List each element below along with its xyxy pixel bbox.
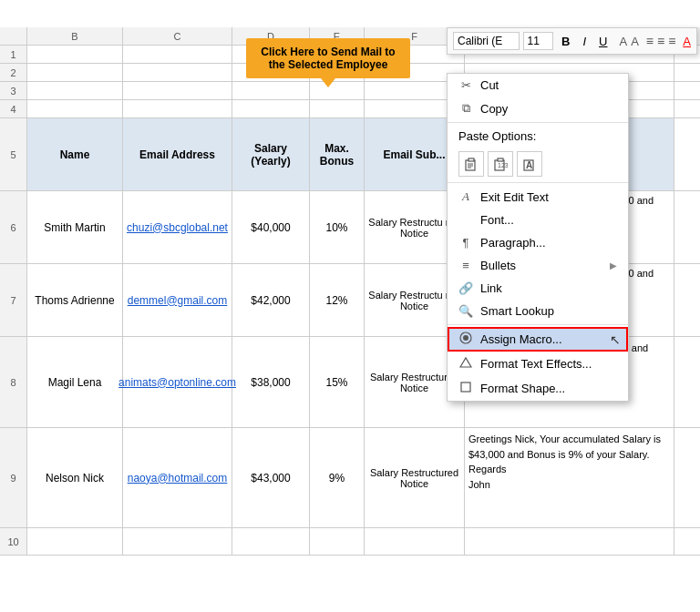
svg-marker-12 [460,358,471,367]
cell-e10[interactable] [310,528,365,555]
preview-nelson: Greetings Nick, Your accumulated Salary … [468,432,670,492]
cell-email-9[interactable]: naoya@hotmail.com [123,428,232,527]
cell-c4[interactable] [123,100,232,117]
cell-d3[interactable] [232,82,310,99]
rownum-4: 4 [0,100,27,117]
underline-button[interactable]: U [594,33,612,50]
separator-3 [448,324,628,325]
cell-email-7[interactable]: demmel@gmail.com [123,264,232,336]
ctx-copy-label: Copy [480,102,508,116]
cell-salary-6[interactable]: $40,000 [232,191,310,263]
cell-c10[interactable] [123,528,232,555]
header-name: Name [27,118,123,190]
svg-text:123: 123 [498,162,508,168]
cell-b10[interactable] [27,528,123,555]
ctx-link[interactable]: 🔗 Link [448,277,628,300]
font-toolbar: Calibri (E 11 B I U A A ≡ ≡ ≡ A [447,27,697,55]
ctx-font[interactable]: Font... [448,209,628,231]
email-smith[interactable]: chuzi@sbcglobal.net [127,221,228,234]
ctx-exit-label: Exit Edit Text [480,190,549,204]
cell-d10[interactable] [232,528,310,555]
cell-name-6[interactable]: Smith Martin [27,191,123,263]
cell-c1[interactable] [123,46,232,63]
ctx-exit-edit[interactable]: A Exit Edit Text [448,185,628,209]
cell-email-6[interactable]: chuzi@sbcglobal.net [123,191,232,263]
tooltip-text: Click Here to Send Mail to the Selected … [261,46,395,71]
ctx-format-text-label: Format Text Effects... [480,357,592,371]
ctx-cut[interactable]: ✂ Cut [448,74,628,97]
corner-cell [0,27,27,45]
cell-b3[interactable] [27,82,123,99]
paste-icon-1[interactable] [458,151,484,177]
svg-point-11 [463,335,468,341]
spreadsheet: Calibri (E 11 B I U A A ≡ ≡ ≡ A Click He… [0,27,700,612]
format-shape-icon [458,381,473,396]
ctx-paragraph-label: Paragraph... [480,236,546,250]
cell-email-8[interactable]: animats@optonline.com [123,337,232,427]
cell-bonus-8[interactable]: 15% [310,337,365,427]
cell-b2[interactable] [27,64,123,81]
rownum-7: 7 [0,264,27,336]
rownum-10: 10 [0,528,27,555]
email-nelson[interactable]: naoya@hotmail.com [128,472,228,484]
cell-salary-7[interactable]: $42,000 [232,264,310,336]
cell-c2[interactable] [123,64,232,81]
bullets-arrow-icon: ▶ [610,260,617,270]
cell-c3[interactable] [123,82,232,99]
ctx-smart-lookup-label: Smart Lookup [480,304,554,318]
context-menu: ✂ Cut ⧉ Copy Paste Options: 123 A A [447,73,629,402]
row-9-nelson: 9 Nelson Nick naoya@hotmail.com $43,000 … [0,428,700,528]
ctx-format-shape-label: Format Shape... [480,382,565,395]
svg-rect-6 [498,158,503,161]
paragraph-icon: ¶ [458,236,473,250]
ctx-format-text-effects[interactable]: Format Text Effects... [448,352,628,376]
cell-e3[interactable] [310,82,365,99]
cell-b4[interactable] [27,100,123,117]
cell-e4[interactable] [310,100,365,117]
cell-bonus-7[interactable]: 12% [310,264,365,336]
cell-g10[interactable] [465,528,674,555]
ctx-format-shape[interactable]: Format Shape... [448,376,628,401]
cell-name-7[interactable]: Thoms Adrienne [27,264,123,336]
paste-icon-3[interactable]: A [517,151,542,177]
header-bonus: Max. Bonus [310,118,365,190]
cell-bonus-9[interactable]: 9% [310,428,365,527]
ctx-paste-options-header: Paste Options: [448,125,628,148]
format-text-icon [458,356,473,372]
cell-preview-9[interactable]: Greetings Nick, Your accumulated Salary … [465,428,674,527]
cell-emailsub-9[interactable]: Salary Restructured Notice [365,428,465,527]
cell-b1[interactable] [27,46,123,63]
email-magil[interactable]: animats@optonline.com [118,376,236,389]
rownum-8: 8 [0,337,27,427]
cell-bonus-6[interactable]: 10% [310,191,365,263]
tooltip-arrow [321,78,335,87]
col-header-b: B [27,27,123,45]
name-smith: Smith Martin [44,221,105,234]
ctx-smart-lookup[interactable]: 🔍 Smart Lookup [448,300,628,322]
assign-macro-icon [458,332,473,347]
cell-name-8[interactable]: Magil Lena [27,337,123,427]
header-email: Email Address [123,118,232,190]
cell-d4[interactable] [232,100,310,117]
ctx-link-label: Link [480,281,502,295]
font-size-box[interactable]: 11 [523,32,553,50]
rownum-9: 9 [0,428,27,527]
cell-f10[interactable] [365,528,465,555]
link-icon: 🔗 [458,281,473,295]
ctx-paragraph[interactable]: ¶ Paragraph... [448,231,628,254]
bold-button[interactable]: B [557,33,574,50]
tooltip-box[interactable]: Click Here to Send Mail to the Selected … [246,38,410,78]
cell-salary-9[interactable]: $43,000 [232,428,310,527]
cell-name-9[interactable]: Nelson Nick [27,428,123,527]
col-header-c: C [123,27,232,45]
italic-button[interactable]: I [578,33,591,50]
email-thoms[interactable]: demmel@gmail.com [128,294,228,307]
ctx-copy[interactable]: ⧉ Copy [448,97,628,120]
paste-icon-2[interactable]: 123 [488,151,513,177]
svg-rect-13 [461,382,470,392]
font-name-box[interactable]: Calibri (E [453,32,520,50]
ctx-bullets[interactable]: ≡ Bullets ▶ [448,254,628,277]
ctx-assign-macro[interactable]: Assign Macro... ↖ [448,327,628,352]
ctx-bullets-label: Bullets [480,259,516,272]
cell-salary-8[interactable]: $38,000 [232,337,310,427]
